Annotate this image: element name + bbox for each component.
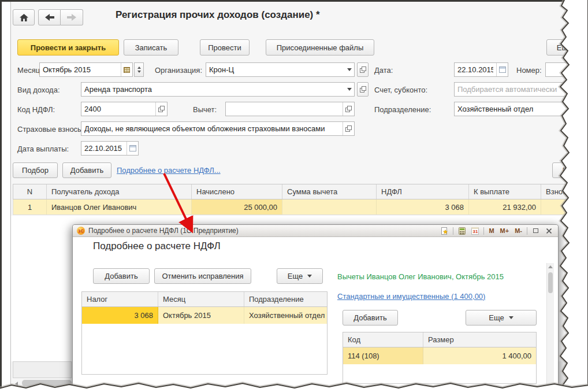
month-spinner[interactable]: [134, 62, 144, 77]
cell-row-number[interactable]: 1: [13, 199, 47, 215]
income-table-header: N Получатель дохода Начислено Сумма выче…: [13, 184, 588, 199]
payment-date-input[interactable]: [81, 142, 126, 155]
deductions-more-button[interactable]: Еще: [466, 310, 537, 326]
number-input[interactable]: [546, 63, 585, 76]
open-icon: [360, 86, 366, 93]
cell-ndfl[interactable]: 3 068: [377, 199, 469, 215]
cell-tax[interactable]: 3 068: [82, 307, 158, 324]
cell-contributions[interactable]: [541, 199, 587, 215]
month-label: Месяц:: [17, 66, 42, 75]
date-calendar-icon[interactable]: [496, 63, 508, 76]
month-picker-icon[interactable]: [121, 63, 132, 76]
cell-accrued[interactable]: 25 000,00: [192, 199, 282, 215]
organization-open-button[interactable]: [357, 62, 369, 77]
memory-plus-button[interactable]: M+: [499, 227, 511, 234]
deductions-table-row[interactable]: 114 (108) 1 400,00: [343, 347, 536, 364]
payment-date-field: [81, 141, 139, 156]
dropdown-caret-icon: [307, 275, 312, 278]
date-field: [454, 62, 508, 77]
cell-deduction[interactable]: [282, 199, 377, 215]
ndfl-details-link[interactable]: Подробнее о расчете НДФЛ...: [117, 166, 221, 175]
department-field: [454, 102, 578, 116]
ndfl-code-input[interactable]: [81, 102, 155, 116]
back-button[interactable]: [38, 9, 61, 25]
payment-date-label: Дата выплаты:: [17, 145, 69, 153]
number-field: [545, 62, 586, 77]
tax-table-row[interactable]: 3 068 Октябрь 2015 Хозяйственный отдел: [82, 307, 327, 324]
pick-button[interactable]: Подбор: [13, 162, 58, 178]
screenshot-top-border: [0, 0, 588, 2]
account-input[interactable]: [455, 83, 577, 96]
insurance-open-icon[interactable]: [343, 122, 354, 135]
titlebar-separator: [527, 227, 527, 235]
insurance-input[interactable]: [81, 122, 343, 135]
dialog-add-button[interactable]: Добавить: [93, 268, 150, 284]
month-field: [39, 62, 133, 77]
income-type-input[interactable]: [81, 83, 344, 96]
1c-logo-icon: 1С: [77, 227, 85, 235]
post-button[interactable]: Провести: [200, 39, 250, 56]
spinner-up-icon: [137, 66, 141, 69]
organization-dropdown-icon[interactable]: [344, 63, 354, 76]
income-type-label: Вид дохода:: [17, 86, 60, 94]
month-input[interactable]: [40, 63, 121, 76]
attached-files-button[interactable]: Присоединенные файлы: [266, 39, 374, 56]
home-icon: [20, 14, 28, 21]
cell-payable[interactable]: 21 932,00: [469, 199, 541, 215]
ndfl-code-open-icon[interactable]: [155, 102, 167, 116]
dialog-heading: Подробнее о расчете НДФЛ: [93, 241, 221, 252]
ndfl-details-dialog: 1С Подробнее о расчете НДФЛ (1С:Предприя…: [72, 224, 559, 392]
standard-property-deductions-link[interactable]: Стандартные и имущественные (1 400,00): [337, 292, 485, 301]
income-table-row[interactable]: 1 Иванцов Олег Иванович 25 000,00 3 068 …: [13, 199, 588, 215]
favorites-icon[interactable]: [440, 227, 449, 235]
income-type-field: [81, 82, 355, 97]
dialog-vertical-scrollbar[interactable]: [546, 263, 554, 392]
deduction-input[interactable]: [226, 102, 343, 116]
home-button[interactable]: [13, 9, 35, 25]
calculator-icon[interactable]: [457, 227, 467, 235]
department-column-header: Подразделение: [244, 292, 327, 306]
dialog-more-button[interactable]: Еще: [277, 268, 323, 284]
cell-recipient[interactable]: Иванцов Олег Иванович: [47, 199, 192, 215]
cell-size[interactable]: 1 400,00: [423, 347, 536, 364]
deduction-label: Вычет:: [193, 105, 217, 114]
vscroll-up-arrow-icon: [548, 265, 553, 268]
dialog-title: Подробнее о расчете НДФЛ (1С:Предприятие…: [88, 227, 436, 235]
date-input[interactable]: [455, 63, 496, 76]
insurance-field: [81, 121, 355, 136]
deductions-table: Код Размер 114 (108) 1 400,00: [343, 332, 537, 384]
titlebar-separator: [453, 227, 453, 235]
cell-code[interactable]: 114 (108): [343, 347, 423, 364]
memory-button[interactable]: M: [487, 227, 495, 234]
maximize-button[interactable]: [531, 227, 541, 235]
deduction-open-icon[interactable]: [343, 102, 354, 116]
tax-column-header: Налог: [82, 292, 158, 306]
calendar-icon[interactable]: 31: [470, 227, 480, 235]
column-header-deduction: Сумма вычета: [282, 184, 377, 199]
deductions-add-button[interactable]: Добавить: [343, 310, 398, 326]
income-type-open-button[interactable]: [357, 82, 369, 97]
more-button-table[interactable]: Еще: [552, 162, 588, 178]
memory-minus-button[interactable]: M-: [513, 227, 523, 234]
hscroll-left-arrow-icon[interactable]: [15, 382, 18, 386]
dialog-revert-button[interactable]: Отменить исправления: [154, 268, 251, 284]
cell-month[interactable]: Октябрь 2015: [158, 307, 244, 324]
add-row-button[interactable]: Добавить: [62, 162, 111, 178]
more-button-top[interactable]: Еще: [546, 39, 582, 56]
payment-date-calendar-icon[interactable]: [126, 142, 138, 155]
income-type-dropdown-icon[interactable]: [344, 83, 354, 96]
close-button[interactable]: [544, 227, 554, 235]
forward-button[interactable]: [61, 9, 83, 25]
column-header-n: N: [13, 184, 47, 199]
ndfl-code-field: [81, 102, 168, 116]
horizontal-scrollbar-thumb[interactable]: [22, 380, 72, 386]
save-button[interactable]: Записать: [124, 39, 178, 56]
date-label: Дата:: [374, 66, 393, 75]
department-input[interactable]: [455, 102, 577, 116]
department-label: Подразделение:: [374, 105, 431, 114]
account-label: Счет, субконто:: [374, 86, 427, 94]
organization-input[interactable]: [206, 63, 344, 76]
submit-and-close-button[interactable]: Провести и закрыть: [17, 39, 119, 56]
vertical-scrollbar-thumb[interactable]: [548, 272, 553, 293]
cell-department[interactable]: Хозяйственный отдел: [244, 307, 327, 324]
